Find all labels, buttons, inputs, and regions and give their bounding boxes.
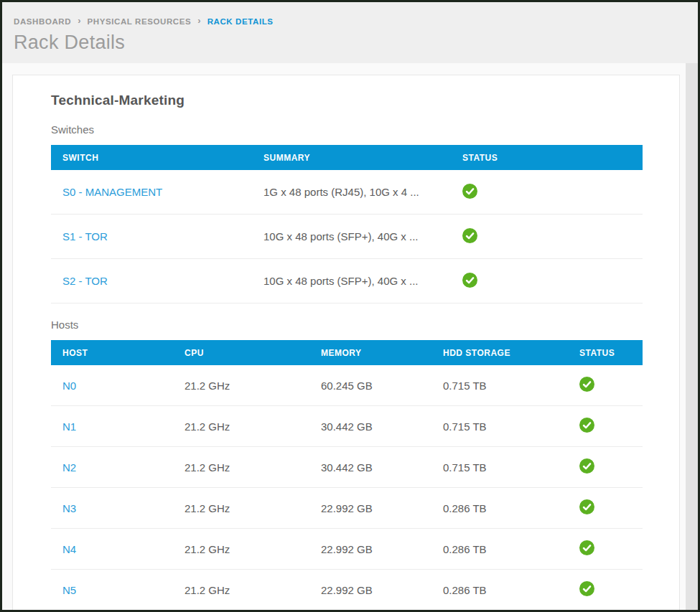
- host-link-n0[interactable]: N0: [62, 380, 76, 392]
- column-header-switch: SWITCH: [51, 153, 252, 163]
- check-circle-icon: [579, 499, 594, 514]
- rack-name-heading: Technical-Marketing: [51, 93, 643, 108]
- switch-link-s0[interactable]: S0 - MANAGEMENT: [62, 186, 162, 198]
- table-row: N4 21.2 GHz 22.992 GB 0.286 TB: [51, 529, 643, 570]
- host-cpu: 21.2 GHz: [173, 461, 309, 474]
- host-link-n4[interactable]: N4: [62, 543, 76, 555]
- check-circle-icon: [579, 377, 594, 392]
- page-title: Rack Details: [14, 32, 698, 54]
- column-header-summary: SUMMARY: [252, 153, 451, 163]
- host-cpu: 21.2 GHz: [173, 380, 309, 392]
- switches-section-label: Switches: [51, 123, 643, 136]
- host-cpu: 21.2 GHz: [173, 502, 309, 514]
- vertical-scrollbar[interactable]: [686, 63, 698, 612]
- table-row: N5 21.2 GHz 22.992 GB 0.286 TB: [51, 570, 643, 611]
- host-hdd-storage: 0.286 TB: [431, 584, 568, 596]
- host-hdd-storage: 0.715 TB: [431, 461, 568, 474]
- host-memory: 22.992 GB: [309, 502, 431, 514]
- page-header: DASHBOARD › PHYSICAL RESOURCES › RACK DE…: [2, 2, 698, 63]
- host-memory: 30.442 GB: [309, 420, 431, 433]
- table-row: N0 21.2 GHz 60.245 GB 0.715 TB: [51, 365, 643, 406]
- host-memory: 60.245 GB: [309, 380, 431, 392]
- table-row: S0 - MANAGEMENT 1G x 48 ports (RJ45), 10…: [51, 170, 643, 215]
- switch-link-s2[interactable]: S2 - TOR: [62, 275, 108, 287]
- check-circle-icon: [462, 273, 477, 288]
- rack-details-card: Technical-Marketing Switches SWITCH SUMM…: [12, 75, 680, 612]
- host-memory: 22.992 GB: [309, 584, 431, 596]
- host-memory: 22.992 GB: [309, 543, 431, 555]
- host-hdd-storage: 0.286 TB: [431, 543, 568, 555]
- check-circle-icon: [579, 458, 594, 474]
- table-row: S2 - TOR 10G x 48 ports (SFP+), 40G x ..…: [51, 259, 643, 303]
- breadcrumb-item-dashboard[interactable]: DASHBOARD: [14, 17, 71, 26]
- host-hdd-storage: 0.715 TB: [431, 420, 568, 433]
- chevron-right-icon: ›: [78, 16, 80, 25]
- host-link-n5[interactable]: N5: [62, 584, 76, 596]
- switches-table: SWITCH SUMMARY STATUS S0 - MANAGEMENT 1G…: [51, 145, 643, 303]
- switch-summary: 10G x 48 ports (SFP+), 40G x ...: [252, 275, 451, 287]
- host-link-n1[interactable]: N1: [62, 420, 76, 433]
- hosts-section-label: Hosts: [51, 319, 643, 331]
- column-header-memory: MEMORY: [309, 348, 431, 358]
- column-header-status: STATUS: [568, 348, 643, 358]
- switch-summary: 10G x 48 ports (SFP+), 40G x ...: [252, 230, 451, 243]
- table-row: N2 21.2 GHz 30.442 GB 0.715 TB: [51, 447, 643, 488]
- breadcrumb-item-physical-resources[interactable]: PHYSICAL RESOURCES: [88, 17, 192, 26]
- hosts-table: HOST CPU MEMORY HDD STORAGE STATUS N0 21…: [51, 340, 643, 611]
- table-row: S1 - TOR 10G x 48 ports (SFP+), 40G x ..…: [51, 215, 643, 259]
- breadcrumb-item-rack-details[interactable]: RACK DETAILS: [207, 17, 274, 26]
- host-hdd-storage: 0.286 TB: [431, 502, 568, 514]
- column-header-status: STATUS: [451, 153, 643, 163]
- check-circle-icon: [579, 581, 594, 596]
- switches-table-header: SWITCH SUMMARY STATUS: [51, 145, 643, 170]
- table-row: N3 21.2 GHz 22.992 GB 0.286 TB: [51, 488, 643, 529]
- column-header-cpu: CPU: [173, 348, 309, 358]
- breadcrumb: DASHBOARD › PHYSICAL RESOURCES › RACK DE…: [14, 17, 698, 26]
- check-circle-icon: [462, 228, 477, 243]
- check-circle-icon: [579, 540, 594, 555]
- host-link-n2[interactable]: N2: [62, 461, 76, 474]
- table-row: N1 21.2 GHz 30.442 GB 0.715 TB: [51, 406, 643, 447]
- check-circle-icon: [579, 418, 594, 433]
- hosts-table-header: HOST CPU MEMORY HDD STORAGE STATUS: [51, 340, 643, 365]
- chevron-right-icon: ›: [197, 16, 200, 25]
- content-area: Technical-Marketing Switches SWITCH SUMM…: [2, 63, 698, 612]
- app-window: DASHBOARD › PHYSICAL RESOURCES › RACK DE…: [0, 0, 700, 612]
- host-cpu: 21.2 GHz: [173, 420, 309, 433]
- host-hdd-storage: 0.715 TB: [431, 380, 568, 392]
- host-link-n3[interactable]: N3: [62, 502, 76, 514]
- host-cpu: 21.2 GHz: [173, 584, 309, 596]
- host-cpu: 21.2 GHz: [173, 543, 309, 555]
- column-header-hdd-storage: HDD STORAGE: [431, 348, 568, 358]
- host-memory: 30.442 GB: [309, 461, 431, 474]
- switch-summary: 1G x 48 ports (RJ45), 10G x 4 ...: [252, 186, 451, 198]
- switch-link-s1[interactable]: S1 - TOR: [62, 230, 108, 243]
- check-circle-icon: [462, 184, 477, 199]
- column-header-host: HOST: [51, 348, 173, 358]
